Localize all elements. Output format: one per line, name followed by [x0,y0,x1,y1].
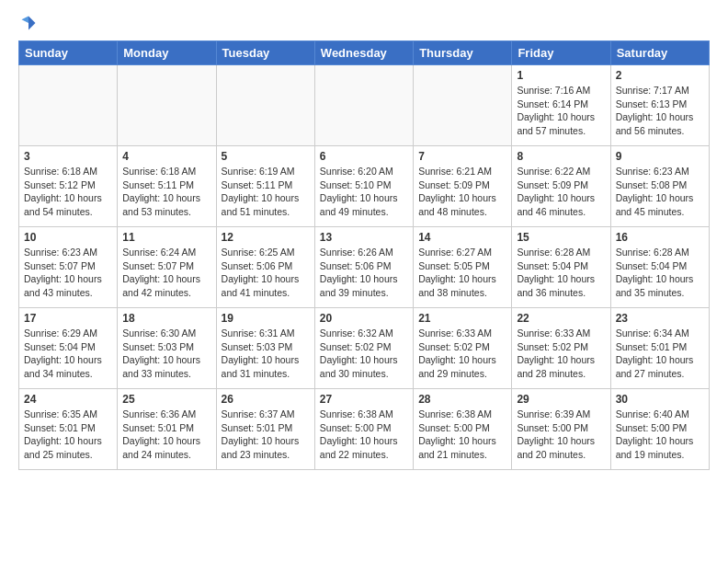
day-number: 18 [122,312,210,325]
calendar-cell: 9Sunrise: 6:23 AM Sunset: 5:08 PM Daylig… [610,146,709,227]
day-number: 30 [616,393,704,406]
calendar-cell: 24Sunrise: 6:35 AM Sunset: 5:01 PM Dayli… [19,389,118,470]
day-number: 13 [320,231,408,244]
day-number: 11 [122,231,210,244]
day-info: Sunrise: 6:30 AM Sunset: 5:03 PM Dayligh… [122,327,210,381]
calendar-cell: 23Sunrise: 6:34 AM Sunset: 5:01 PM Dayli… [610,308,709,389]
day-info: Sunrise: 6:35 AM Sunset: 5:01 PM Dayligh… [24,408,112,462]
day-info: Sunrise: 6:40 AM Sunset: 5:00 PM Dayligh… [616,408,704,462]
calendar-cell: 21Sunrise: 6:33 AM Sunset: 5:02 PM Dayli… [414,308,512,389]
logo [18,15,37,31]
calendar: SundayMondayTuesdayWednesdayThursdayFrid… [18,40,710,470]
day-info: Sunrise: 6:36 AM Sunset: 5:01 PM Dayligh… [122,408,210,462]
day-info: Sunrise: 6:27 AM Sunset: 5:05 PM Dayligh… [418,246,506,300]
calendar-cell: 26Sunrise: 6:37 AM Sunset: 5:01 PM Dayli… [216,389,314,470]
day-info: Sunrise: 6:18 AM Sunset: 5:11 PM Dayligh… [122,165,210,219]
calendar-cell: 7Sunrise: 6:21 AM Sunset: 5:09 PM Daylig… [414,146,512,227]
day-number: 17 [24,312,112,325]
day-number: 22 [517,312,605,325]
calendar-cell: 10Sunrise: 6:23 AM Sunset: 5:07 PM Dayli… [19,227,118,308]
svg-marker-1 [22,17,29,24]
calendar-cell: 30Sunrise: 6:40 AM Sunset: 5:00 PM Dayli… [610,389,709,470]
calendar-cell: 25Sunrise: 6:36 AM Sunset: 5:01 PM Dayli… [118,389,216,470]
day-info: Sunrise: 6:38 AM Sunset: 5:00 PM Dayligh… [418,408,506,462]
day-number: 27 [320,393,408,406]
day-number: 9 [616,150,704,163]
calendar-cell: 5Sunrise: 6:19 AM Sunset: 5:11 PM Daylig… [216,146,314,227]
day-info: Sunrise: 6:31 AM Sunset: 5:03 PM Dayligh… [222,327,310,381]
calendar-week-1: 1Sunrise: 7:16 AM Sunset: 6:14 PM Daylig… [19,65,710,146]
day-number: 2 [616,69,704,82]
calendar-cell: 6Sunrise: 6:20 AM Sunset: 5:10 PM Daylig… [314,146,413,227]
calendar-cell: 2Sunrise: 7:17 AM Sunset: 6:13 PM Daylig… [610,65,709,146]
day-number: 4 [122,150,210,163]
calendar-cell: 4Sunrise: 6:18 AM Sunset: 5:11 PM Daylig… [118,146,216,227]
day-info: Sunrise: 6:37 AM Sunset: 5:01 PM Dayligh… [222,408,310,462]
day-number: 3 [24,150,112,163]
calendar-header-row: SundayMondayTuesdayWednesdayThursdayFrid… [19,41,710,65]
day-info: Sunrise: 6:34 AM Sunset: 5:01 PM Dayligh… [616,327,704,381]
day-info: Sunrise: 6:28 AM Sunset: 5:04 PM Dayligh… [616,246,704,300]
day-info: Sunrise: 6:25 AM Sunset: 5:06 PM Dayligh… [222,246,310,300]
weekday-header-thursday: Thursday [414,41,512,65]
day-info: Sunrise: 6:38 AM Sunset: 5:00 PM Dayligh… [320,408,408,462]
day-info: Sunrise: 7:17 AM Sunset: 6:13 PM Dayligh… [616,84,704,138]
svg-marker-0 [28,17,36,30]
day-info: Sunrise: 6:33 AM Sunset: 5:02 PM Dayligh… [517,327,605,381]
calendar-cell: 29Sunrise: 6:39 AM Sunset: 5:00 PM Dayli… [512,389,610,470]
calendar-cell: 11Sunrise: 6:24 AM Sunset: 5:07 PM Dayli… [118,227,216,308]
day-info: Sunrise: 6:23 AM Sunset: 5:08 PM Dayligh… [616,165,704,219]
calendar-cell [314,65,413,146]
day-number: 1 [517,69,605,82]
header [18,15,710,31]
day-info: Sunrise: 6:26 AM Sunset: 5:06 PM Dayligh… [320,246,408,300]
weekday-header-friday: Friday [512,41,610,65]
calendar-cell [216,65,314,146]
day-number: 29 [517,393,605,406]
day-number: 16 [616,231,704,244]
day-number: 15 [517,231,605,244]
calendar-cell: 13Sunrise: 6:26 AM Sunset: 5:06 PM Dayli… [314,227,413,308]
calendar-cell: 8Sunrise: 6:22 AM Sunset: 5:09 PM Daylig… [512,146,610,227]
day-number: 28 [418,393,506,406]
day-number: 24 [24,393,112,406]
day-number: 20 [320,312,408,325]
calendar-week-4: 17Sunrise: 6:29 AM Sunset: 5:04 PM Dayli… [19,308,710,389]
calendar-cell: 12Sunrise: 6:25 AM Sunset: 5:06 PM Dayli… [216,227,314,308]
day-info: Sunrise: 6:32 AM Sunset: 5:02 PM Dayligh… [320,327,408,381]
day-info: Sunrise: 6:28 AM Sunset: 5:04 PM Dayligh… [517,246,605,300]
calendar-cell: 16Sunrise: 6:28 AM Sunset: 5:04 PM Dayli… [610,227,709,308]
calendar-cell: 15Sunrise: 6:28 AM Sunset: 5:04 PM Dayli… [512,227,610,308]
day-info: Sunrise: 6:19 AM Sunset: 5:11 PM Dayligh… [222,165,310,219]
day-number: 10 [24,231,112,244]
day-number: 7 [418,150,506,163]
day-info: Sunrise: 6:39 AM Sunset: 5:00 PM Dayligh… [517,408,605,462]
day-number: 23 [616,312,704,325]
calendar-cell [118,65,216,146]
calendar-cell: 22Sunrise: 6:33 AM Sunset: 5:02 PM Dayli… [512,308,610,389]
day-info: Sunrise: 6:18 AM Sunset: 5:12 PM Dayligh… [24,165,112,219]
weekday-header-saturday: Saturday [610,41,709,65]
day-info: Sunrise: 6:33 AM Sunset: 5:02 PM Dayligh… [418,327,506,381]
calendar-week-2: 3Sunrise: 6:18 AM Sunset: 5:12 PM Daylig… [19,146,710,227]
day-number: 6 [320,150,408,163]
weekday-header-wednesday: Wednesday [314,41,413,65]
page: SundayMondayTuesdayWednesdayThursdayFrid… [0,0,728,479]
calendar-cell: 28Sunrise: 6:38 AM Sunset: 5:00 PM Dayli… [414,389,512,470]
day-number: 14 [418,231,506,244]
calendar-cell [19,65,118,146]
calendar-week-5: 24Sunrise: 6:35 AM Sunset: 5:01 PM Dayli… [19,389,710,470]
calendar-cell: 14Sunrise: 6:27 AM Sunset: 5:05 PM Dayli… [414,227,512,308]
day-info: Sunrise: 6:24 AM Sunset: 5:07 PM Dayligh… [122,246,210,300]
logo-icon [20,15,37,31]
weekday-header-monday: Monday [118,41,216,65]
day-number: 5 [222,150,310,163]
day-info: Sunrise: 6:21 AM Sunset: 5:09 PM Dayligh… [418,165,506,219]
day-info: Sunrise: 6:23 AM Sunset: 5:07 PM Dayligh… [24,246,112,300]
calendar-cell: 18Sunrise: 6:30 AM Sunset: 5:03 PM Dayli… [118,308,216,389]
calendar-cell: 19Sunrise: 6:31 AM Sunset: 5:03 PM Dayli… [216,308,314,389]
day-number: 12 [222,231,310,244]
calendar-cell: 1Sunrise: 7:16 AM Sunset: 6:14 PM Daylig… [512,65,610,146]
calendar-cell: 20Sunrise: 6:32 AM Sunset: 5:02 PM Dayli… [314,308,413,389]
weekday-header-tuesday: Tuesday [216,41,314,65]
